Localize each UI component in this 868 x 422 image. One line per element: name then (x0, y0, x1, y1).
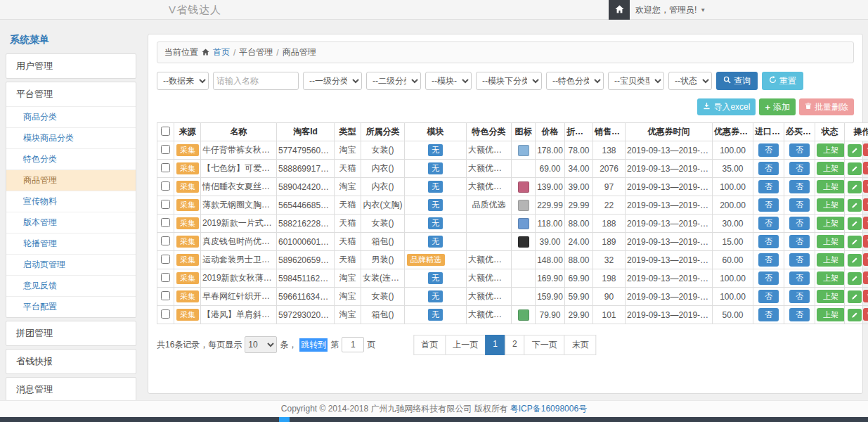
must-buy-button[interactable]: 否 (789, 271, 810, 285)
row-checkbox[interactable] (161, 181, 170, 191)
status-select[interactable]: --状态-- (668, 72, 712, 90)
delete-button[interactable] (863, 180, 868, 193)
page-button[interactable]: 末页 (564, 335, 597, 355)
import-select-button[interactable]: 否 (758, 198, 779, 212)
sidebar-subitem[interactable]: 版本管理 (6, 212, 136, 233)
edit-button[interactable] (848, 254, 862, 267)
sidebar-subitem[interactable]: 模块商品分类 (6, 127, 136, 148)
breadcrumb-home-link[interactable]: 首页 (213, 46, 230, 58)
sidebar-item[interactable]: 省钱快报 (6, 350, 136, 373)
sidebar-subitem[interactable]: 宣传物料 (6, 191, 136, 212)
import-select-button[interactable]: 否 (758, 235, 779, 248)
import-select-button[interactable]: 否 (758, 290, 779, 303)
sidebar-subitem[interactable]: 启动页管理 (6, 254, 136, 275)
status-button[interactable]: 上架 (817, 308, 845, 321)
module-sub-category-select[interactable]: --模块下分类-- (476, 72, 542, 90)
scrollbar-thumb[interactable] (279, 417, 290, 422)
edit-button[interactable] (848, 162, 862, 175)
batch-delete-button[interactable]: 批量删除 (799, 98, 854, 115)
level1-category-select[interactable]: --一级分类-- (303, 72, 362, 90)
import-select-button[interactable]: 否 (758, 180, 779, 193)
delete-button[interactable] (863, 308, 868, 321)
status-button[interactable]: 上架 (817, 180, 845, 193)
sidebar-item[interactable]: 拼团管理 (6, 321, 136, 345)
sidebar-subitem[interactable]: 平台配置 (6, 296, 136, 317)
edit-button[interactable] (848, 309, 862, 321)
must-buy-button[interactable]: 否 (789, 290, 810, 303)
module-select[interactable]: --模块-- (425, 72, 472, 90)
add-button[interactable]: + 添加 (759, 98, 796, 115)
sidebar-item[interactable]: 平台管理 (6, 82, 136, 106)
import-select-button[interactable]: 否 (758, 253, 779, 267)
select-all-checkbox[interactable] (161, 127, 170, 136)
page-button[interactable]: 1 (485, 335, 505, 355)
sidebar-item[interactable]: 消息管理 (6, 378, 136, 402)
import-select-button[interactable]: 否 (758, 217, 779, 230)
delete-button[interactable] (863, 217, 868, 229)
must-buy-button[interactable]: 否 (789, 253, 810, 267)
row-checkbox[interactable] (161, 255, 170, 264)
import-select-button[interactable]: 否 (758, 162, 779, 175)
import-select-button[interactable]: 否 (758, 271, 779, 285)
delete-button[interactable] (863, 143, 868, 156)
delete-button[interactable] (863, 198, 868, 211)
delete-button[interactable] (863, 162, 868, 174)
delete-button[interactable] (863, 235, 868, 248)
status-button[interactable]: 上架 (817, 198, 845, 212)
page-button[interactable]: 2 (505, 335, 525, 355)
data-source-select[interactable]: --数据来源-- (157, 72, 209, 90)
sidebar-subitem[interactable]: 特色分类 (6, 148, 136, 170)
edit-button[interactable] (848, 217, 862, 230)
delete-button[interactable] (863, 271, 868, 284)
import-select-button[interactable]: 否 (758, 308, 779, 321)
sidebar-subitem[interactable]: 轮播管理 (6, 233, 136, 254)
home-button[interactable] (609, 0, 630, 20)
import-select-button[interactable]: 否 (758, 143, 779, 157)
edit-button[interactable] (848, 272, 862, 285)
name-input[interactable] (213, 72, 299, 90)
import-excel-button[interactable]: 导入excel (697, 98, 756, 115)
sidebar-subitem[interactable]: 意见反馈 (6, 275, 136, 296)
must-buy-button[interactable]: 否 (789, 143, 810, 157)
must-buy-button[interactable]: 否 (789, 162, 810, 175)
must-buy-button[interactable]: 否 (789, 217, 810, 230)
edit-button[interactable] (848, 290, 862, 303)
must-buy-button[interactable]: 否 (789, 180, 810, 193)
must-buy-button[interactable]: 否 (789, 198, 810, 212)
row-checkbox[interactable] (161, 236, 170, 245)
edit-button[interactable] (848, 199, 862, 212)
status-button[interactable]: 上架 (817, 162, 845, 175)
status-button[interactable]: 上架 (817, 143, 845, 157)
per-page-select[interactable]: 10 (245, 336, 277, 353)
row-checkbox[interactable] (161, 200, 170, 209)
must-buy-button[interactable]: 否 (789, 235, 810, 248)
page-button[interactable]: 下一页 (524, 335, 565, 355)
bottom-scrollbar[interactable] (0, 417, 868, 422)
edit-button[interactable] (848, 236, 862, 248)
icp-link[interactable]: 粤ICP备16098006号 (510, 403, 587, 415)
page-button[interactable]: 上一页 (445, 335, 486, 355)
must-buy-button[interactable]: 否 (789, 308, 810, 321)
edit-button[interactable] (848, 144, 862, 157)
delete-button[interactable] (863, 253, 868, 266)
row-checkbox[interactable] (161, 218, 170, 227)
edit-button[interactable] (848, 181, 862, 193)
item-type-select[interactable]: --宝贝类型-- (608, 72, 664, 90)
sidebar-subitem[interactable]: 商品分类 (6, 106, 136, 127)
delete-button[interactable] (863, 290, 868, 302)
status-button[interactable]: 上架 (817, 217, 845, 230)
user-dropdown[interactable]: 欢迎您，管理员! ▼ (635, 0, 706, 20)
row-checkbox[interactable] (161, 145, 170, 154)
level2-category-select[interactable]: --二级分类-- (366, 72, 421, 90)
status-button[interactable]: 上架 (817, 290, 845, 303)
row-checkbox[interactable] (161, 291, 170, 300)
status-button[interactable]: 上架 (817, 235, 845, 248)
status-button[interactable]: 上架 (817, 271, 845, 285)
feature-category-select[interactable]: --特色分类-- (546, 72, 604, 90)
row-checkbox[interactable] (161, 163, 170, 172)
search-button[interactable]: 查询 (716, 72, 758, 90)
sidebar-item[interactable]: 用户管理 (6, 54, 136, 78)
reset-button[interactable]: 重置 (762, 72, 803, 90)
row-checkbox[interactable] (161, 273, 170, 282)
row-checkbox[interactable] (161, 309, 170, 319)
